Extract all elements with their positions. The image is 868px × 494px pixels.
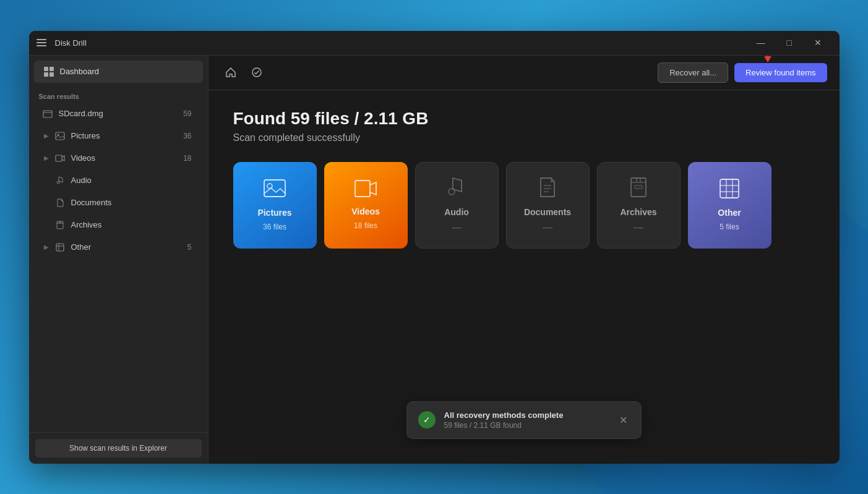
toast-close-button[interactable]: ✕ [617,412,630,428]
documents-card-name: Documents [524,207,571,217]
sidebar-bottom: Show scan results in Explorer [29,432,208,464]
svg-rect-6 [57,221,63,229]
audio-card-name: Audio [444,207,469,217]
dashboard-label: Dashboard [60,67,100,76]
other-icon [54,241,66,253]
svg-point-5 [57,181,59,184]
dashboard-grid-icon [44,67,54,77]
toast-text: All recovery methods complete 59 files /… [444,411,608,430]
toast-notification: ✓ All recovery methods complete 59 files… [406,401,642,439]
videos-card-count: 18 files [354,221,377,230]
pictures-card-icon [264,179,286,203]
documents-icon [54,197,66,209]
sdcard-count: 59 [179,108,195,119]
hamburger-menu[interactable] [37,36,49,49]
svg-rect-16 [355,181,370,197]
sidebar-item-sdcard[interactable]: SDcard.dmg 59 [32,103,205,124]
top-bar-nav [221,62,651,82]
audio-icon [54,174,66,187]
videos-card-icon [355,180,377,202]
videos-card-name: Videos [351,207,380,216]
sidebar-item-videos[interactable]: ▶ Videos 18 [32,148,205,169]
svg-rect-14 [264,180,285,197]
svg-rect-2 [56,132,64,140]
category-cards: Pictures 36 files Videos 18 files [233,162,815,249]
show-scan-button[interactable]: Show scan results in Explorer [35,439,202,458]
other-label: Other [71,242,184,252]
top-bar-actions: Recover all... Review found items [658,62,827,83]
sdcard-label: SDcard.dmg [59,109,180,118]
review-found-button[interactable]: Review found items [734,63,827,82]
archives-card-count: — [634,222,643,233]
recover-all-button[interactable]: Recover all... [658,62,728,83]
main-content: Found 59 files / 2.11 GB Scan completed … [208,90,840,464]
sidebar-dashboard[interactable]: Dashboard [34,61,203,83]
sidebar-item-other[interactable]: ▶ Other 5 [32,237,205,258]
sidebar-item-archives[interactable]: Archives [32,215,205,236]
app-title: Disk Drill [55,38,747,48]
home-icon[interactable] [221,62,241,82]
other-chevron-icon: ▶ [41,242,51,252]
content-area: Recover all... Review found items Found … [208,56,840,464]
documents-label: Documents [71,198,196,207]
checkmark-icon[interactable] [247,62,267,82]
sdcard-icon [41,108,54,120]
red-arrow-indicator [764,56,771,62]
sidebar-item-documents[interactable]: Documents [32,192,205,213]
pictures-count: 36 [179,130,195,142]
archives-card-name: Archives [620,207,656,217]
sidebar-item-pictures[interactable]: ▶ Pictures 36 [32,126,205,147]
svg-rect-4 [56,155,62,161]
svg-rect-21 [631,178,646,197]
scan-results-label: Scan results [29,88,208,103]
maximize-button[interactable]: □ [775,33,804,53]
archives-label: Archives [71,220,196,229]
title-bar: Disk Drill — □ ✕ [29,31,840,56]
videos-chevron-icon: ▶ [41,153,51,163]
found-title: Found 59 files / 2.11 GB [233,109,815,129]
toast-check-icon: ✓ [418,411,436,428]
sidebar: Dashboard Scan results SDcard.dmg 59 ▶ [29,56,208,464]
svg-point-17 [449,189,455,195]
category-card-videos[interactable]: Videos 18 files [324,162,408,249]
pictures-label: Pictures [71,131,180,140]
window-controls: — □ ✕ [747,33,832,53]
videos-count: 18 [179,153,195,164]
other-count: 5 [184,242,196,253]
pictures-icon [54,130,66,142]
category-card-other[interactable]: Other 5 files [688,162,771,249]
archives-icon [54,219,66,231]
documents-card-icon [539,177,556,202]
svg-rect-26 [720,179,739,198]
pictures-card-name: Pictures [257,208,291,218]
archives-card-icon [630,177,647,202]
videos-icon [54,152,66,164]
other-card-count: 5 files [720,223,739,231]
other-card-name: Other [718,208,741,218]
sidebar-item-audio[interactable]: Audio [32,170,205,191]
pictures-card-count: 36 files [263,223,286,231]
other-card-icon [720,179,739,203]
category-card-archives[interactable]: Archives — [597,162,681,249]
main-layout: Dashboard Scan results SDcard.dmg 59 ▶ [29,56,840,464]
pictures-chevron-icon: ▶ [41,131,51,141]
audio-card-count: — [452,222,462,233]
svg-rect-25 [635,185,642,189]
audio-card-icon [448,177,465,202]
svg-rect-10 [56,244,64,251]
category-card-pictures[interactable]: Pictures 36 files [233,162,317,249]
minimize-button[interactable]: — [747,33,775,53]
category-card-documents[interactable]: Documents — [506,162,590,249]
audio-label: Audio [71,176,196,185]
app-window: Disk Drill — □ ✕ Dashboard Scan results [29,31,840,464]
videos-label: Videos [71,153,180,163]
svg-rect-0 [43,111,52,117]
close-button[interactable]: ✕ [804,33,832,53]
toast-subtitle: 59 files / 2.11 GB found [444,421,608,430]
documents-card-count: — [543,222,552,233]
scan-subtitle: Scan completed successfully [233,132,815,143]
toast-title: All recovery methods complete [444,411,608,420]
category-card-audio[interactable]: Audio — [415,162,499,249]
top-bar: Recover all... Review found items [208,56,840,90]
